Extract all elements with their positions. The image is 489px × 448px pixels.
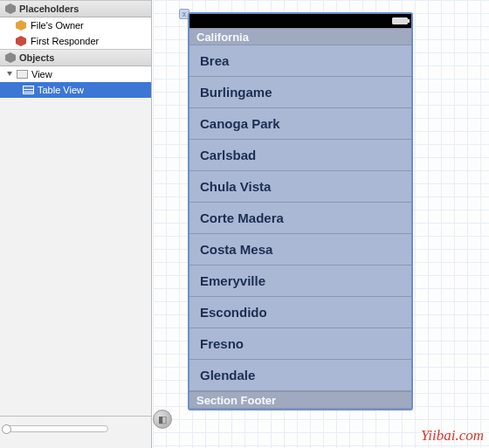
zoom-slider[interactable]: [3, 425, 108, 432]
table-row[interactable]: Corte Madera: [189, 203, 411, 234]
table-row[interactable]: Fresno: [189, 328, 411, 360]
placeholder-label: File's Owner: [31, 20, 84, 31]
canvas[interactable]: x California Brea Burlingame Canoga Park…: [153, 0, 489, 448]
cube-icon: [16, 36, 26, 46]
dock-toggle-button[interactable]: ◧: [153, 410, 172, 429]
objects-header: Objects: [0, 49, 151, 66]
section-header-label: California: [196, 31, 249, 44]
outline-panel: Placeholders File's Owner First Responde…: [0, 0, 152, 448]
cube-icon: [5, 52, 16, 63]
objects-tree: View Table View: [0, 66, 151, 98]
cell-label: Corte Madera: [200, 210, 284, 225]
placeholder-files-owner[interactable]: File's Owner: [0, 17, 151, 33]
table-view-icon: [23, 86, 34, 94]
table-row[interactable]: Emeryville: [189, 265, 411, 297]
section-footer-label: Section Footer: [196, 394, 276, 407]
divider: [0, 416, 151, 417]
table-row[interactable]: Escondido: [189, 297, 411, 328]
cell-label: Emeryville: [200, 273, 265, 288]
slider-knob[interactable]: [2, 424, 11, 434]
placeholder-first-responder[interactable]: First Responder: [0, 33, 151, 49]
disclosure-triangle-icon[interactable]: [5, 71, 13, 79]
cell-label: Fresno: [200, 336, 244, 351]
table-row[interactable]: Glendale: [189, 360, 411, 391]
tree-item-label: Table View: [38, 85, 84, 95]
cell-label: Carlsbad: [200, 148, 256, 162]
cell-label: Chula Vista: [200, 179, 271, 194]
tree-item-table-view[interactable]: Table View: [0, 82, 151, 98]
cube-icon: [5, 3, 16, 14]
placeholder-label: First Responder: [31, 36, 99, 46]
watermark-text: Yiibai.com: [421, 427, 484, 444]
cell-label: Burlingame: [200, 85, 272, 100]
table-section-header: California: [189, 28, 411, 45]
table-cells: Brea Burlingame Canoga Park Carlsbad Chu…: [189, 45, 411, 391]
status-bar: [189, 14, 411, 28]
battery-icon: [392, 17, 408, 24]
cell-label: Escondido: [200, 305, 267, 320]
table-row[interactable]: Chula Vista: [189, 171, 411, 203]
table-section-footer: Section Footer: [189, 391, 411, 409]
panel-icon: ◧: [158, 414, 167, 425]
cell-label: Canoga Park: [200, 116, 280, 131]
cell-label: Glendale: [200, 368, 255, 383]
table-row[interactable]: Carlsbad: [189, 140, 411, 171]
cell-label: Brea: [200, 53, 229, 68]
table-row[interactable]: Costa Mesa: [189, 234, 411, 265]
objects-header-label: Objects: [19, 52, 54, 63]
view-icon: [17, 70, 28, 79]
table-row[interactable]: Brea: [189, 45, 411, 77]
placeholders-header-label: Placeholders: [19, 3, 79, 14]
placeholders-list: File's Owner First Responder: [0, 17, 151, 49]
watermark: Yiibai.com: [421, 427, 484, 445]
device-preview[interactable]: California Brea Burlingame Canoga Park C…: [188, 12, 413, 410]
tree-item-view[interactable]: View: [0, 66, 151, 82]
cell-label: Costa Mesa: [200, 242, 272, 257]
table-row[interactable]: Burlingame: [189, 77, 411, 108]
table-row[interactable]: Canoga Park: [189, 108, 411, 140]
tree-item-label: View: [31, 69, 52, 79]
cube-icon: [16, 20, 26, 31]
placeholders-header: Placeholders: [0, 0, 151, 17]
close-icon: x: [183, 10, 187, 18]
